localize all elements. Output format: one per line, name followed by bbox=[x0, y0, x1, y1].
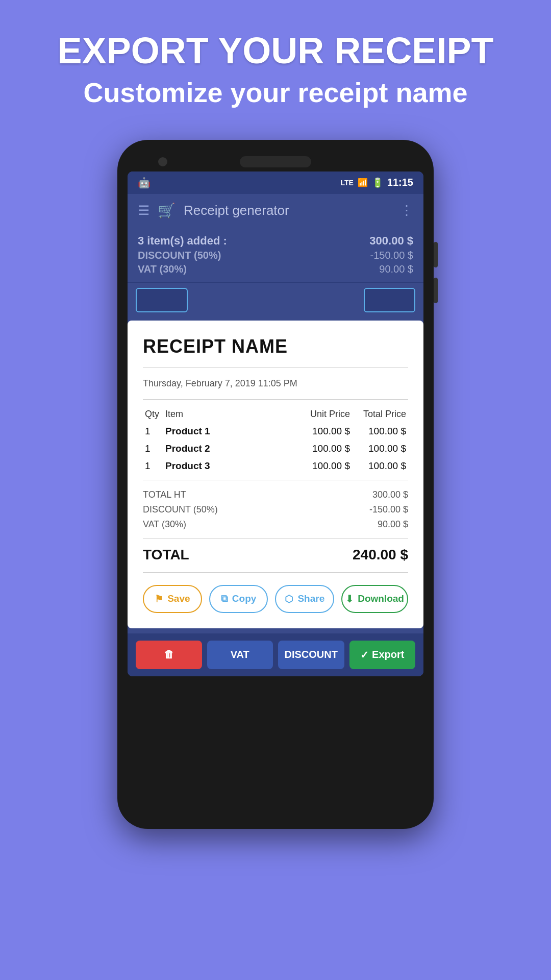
summary-bar: 3 item(s) added : 300.00 $ DISCOUNT (50%… bbox=[128, 227, 423, 283]
bottom-bar: 🗑 VAT DISCOUNT ✓ Export bbox=[128, 633, 423, 676]
item-total-price: 100.00 $ bbox=[352, 423, 408, 440]
phone-top-bar bbox=[128, 150, 423, 172]
receipt-divider-5 bbox=[143, 572, 408, 573]
total-ht-label: TOTAL HT bbox=[143, 489, 186, 500]
status-right: LTE 📶 🔋 11:15 bbox=[340, 177, 413, 188]
action-buttons: ⚑ Save ⧉ Copy ⬡ Share ⬇ bbox=[143, 585, 408, 618]
export-check-icon: ✓ bbox=[360, 649, 369, 661]
total-vat-row: VAT (30%) 90.00 $ bbox=[143, 517, 408, 532]
item-unit-price: 100.00 $ bbox=[296, 423, 352, 440]
summary-discount-value: -150.00 $ bbox=[370, 250, 413, 261]
app-title: Receipt generator bbox=[184, 203, 392, 218]
item-total-price: 100.00 $ bbox=[352, 440, 408, 457]
item-name: Product 1 bbox=[163, 423, 296, 440]
item-unit-price: 100.00 $ bbox=[296, 457, 352, 475]
total-discount-value: -150.00 $ bbox=[369, 504, 408, 515]
side-button-2 bbox=[434, 278, 438, 303]
copy-label: Copy bbox=[232, 593, 257, 604]
item-qty: 1 bbox=[143, 440, 163, 457]
hamburger-icon[interactable]: ☰ bbox=[138, 203, 149, 218]
receipt-divider-1 bbox=[143, 368, 408, 368]
vat-label: VAT bbox=[231, 649, 249, 660]
grand-total-row: TOTAL 240.00 $ bbox=[143, 545, 408, 565]
side-button-1 bbox=[434, 242, 438, 267]
phone-wrapper: 🤖 LTE 📶 🔋 11:15 ☰ 🛒 Receipt generator ⋮ bbox=[0, 140, 551, 829]
copy-button[interactable]: ⧉ Copy bbox=[209, 585, 268, 613]
time-display: 11:15 bbox=[387, 177, 413, 188]
table-row: 1Product 1100.00 $100.00 $ bbox=[143, 423, 408, 440]
summary-vat-row: VAT (30%) 90.00 $ bbox=[138, 263, 413, 275]
total-ht-row: TOTAL HT 300.00 $ bbox=[143, 487, 408, 502]
status-bar: 🤖 LTE 📶 🔋 11:15 bbox=[128, 172, 423, 194]
download-label: Download bbox=[358, 593, 404, 604]
total-discount-row: DISCOUNT (50%) -150.00 $ bbox=[143, 502, 408, 517]
bg-area bbox=[128, 283, 423, 315]
total-vat-label: VAT (30%) bbox=[143, 519, 186, 530]
app-bar: ☰ 🛒 Receipt generator ⋮ bbox=[128, 194, 423, 227]
summary-items-value: 300.00 $ bbox=[369, 234, 413, 248]
receipt-divider-2 bbox=[143, 399, 408, 400]
col-qty-header: Qty bbox=[143, 406, 163, 423]
android-icon: 🤖 bbox=[138, 177, 151, 189]
copy-icon: ⧉ bbox=[221, 593, 228, 604]
discount-label: DISCOUNT bbox=[285, 649, 338, 660]
save-label: Save bbox=[167, 593, 190, 604]
phone-camera bbox=[158, 157, 167, 166]
col-totalprice-header: Total Price bbox=[352, 406, 408, 423]
grand-total-value: 240.00 $ bbox=[353, 547, 408, 563]
phone-speaker bbox=[240, 156, 311, 167]
page-title: EXPORT YOUR RECEIPT bbox=[20, 31, 531, 71]
totals-section: TOTAL HT 300.00 $ DISCOUNT (50%) -150.00… bbox=[143, 487, 408, 565]
item-name: Product 3 bbox=[163, 457, 296, 475]
summary-items-label: 3 item(s) added : bbox=[138, 234, 227, 248]
col-item-header: Item bbox=[163, 406, 296, 423]
page-background: EXPORT YOUR RECEIPT Customize your recei… bbox=[0, 0, 551, 980]
item-unit-price: 100.00 $ bbox=[296, 440, 352, 457]
export-button[interactable]: ✓ Export bbox=[349, 641, 416, 669]
item-qty: 1 bbox=[143, 457, 163, 475]
receipt-date: Thursday, February 7, 2019 11:05 PM bbox=[143, 374, 408, 393]
summary-discount-row: DISCOUNT (50%) -150.00 $ bbox=[138, 250, 413, 261]
share-label: Share bbox=[297, 593, 324, 604]
item-qty: 1 bbox=[143, 423, 163, 440]
share-button[interactable]: ⬡ Share bbox=[275, 585, 334, 613]
item-name: Product 2 bbox=[163, 440, 296, 457]
receipt-divider-4 bbox=[143, 538, 408, 538]
cart-icon: 🛒 bbox=[158, 202, 176, 219]
total-discount-label: DISCOUNT (50%) bbox=[143, 504, 218, 515]
summary-vat-value: 90.00 $ bbox=[379, 263, 413, 275]
lte-badge: LTE bbox=[340, 179, 353, 187]
vat-button[interactable]: VAT bbox=[207, 641, 273, 669]
items-table: Qty Item Unit Price Total Price 1Product… bbox=[143, 406, 408, 475]
battery-icon: 🔋 bbox=[372, 177, 383, 188]
more-icon[interactable]: ⋮ bbox=[400, 203, 413, 218]
receipt-modal: RECEIPT NAME Thursday, February 7, 2019 … bbox=[128, 321, 423, 628]
receipt-title: RECEIPT NAME bbox=[143, 336, 408, 357]
phone-side-buttons bbox=[434, 242, 438, 303]
share-icon: ⬡ bbox=[285, 593, 293, 605]
download-icon: ⬇ bbox=[345, 593, 354, 605]
grand-total-label: TOTAL bbox=[143, 547, 189, 563]
phone-screen: 🤖 LTE 📶 🔋 11:15 ☰ 🛒 Receipt generator ⋮ bbox=[128, 172, 423, 676]
total-vat-value: 90.00 $ bbox=[378, 519, 408, 530]
table-row: 1Product 2100.00 $100.00 $ bbox=[143, 440, 408, 457]
delete-icon: 🗑 bbox=[164, 649, 174, 660]
summary-discount-label: DISCOUNT (50%) bbox=[138, 250, 221, 261]
total-ht-value: 300.00 $ bbox=[372, 489, 408, 500]
receipt-divider-3 bbox=[143, 480, 408, 480]
discount-button[interactable]: DISCOUNT bbox=[278, 641, 344, 669]
save-button[interactable]: ⚑ Save bbox=[143, 585, 202, 613]
save-icon: ⚑ bbox=[155, 593, 163, 605]
summary-items-row: 3 item(s) added : 300.00 $ bbox=[138, 234, 413, 248]
col-unitprice-header: Unit Price bbox=[296, 406, 352, 423]
phone-frame: 🤖 LTE 📶 🔋 11:15 ☰ 🛒 Receipt generator ⋮ bbox=[117, 140, 434, 829]
summary-vat-label: VAT (30%) bbox=[138, 263, 187, 275]
item-total-price: 100.00 $ bbox=[352, 457, 408, 475]
page-header: EXPORT YOUR RECEIPT Customize your recei… bbox=[0, 0, 551, 130]
delete-button[interactable]: 🗑 bbox=[136, 641, 202, 669]
status-left: 🤖 bbox=[138, 177, 151, 189]
table-row: 1Product 3100.00 $100.00 $ bbox=[143, 457, 408, 475]
download-button[interactable]: ⬇ Download bbox=[341, 585, 408, 613]
page-subtitle: Customize your receipt name bbox=[20, 76, 531, 109]
export-label: Export bbox=[372, 649, 404, 660]
